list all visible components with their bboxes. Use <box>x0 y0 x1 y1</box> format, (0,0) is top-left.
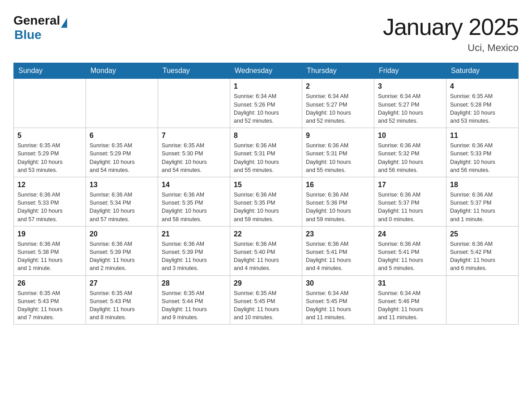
calendar-week-row: 19Sunrise: 6:36 AM Sunset: 5:38 PM Dayli… <box>14 226 519 275</box>
calendar-cell: 26Sunrise: 6:35 AM Sunset: 5:43 PM Dayli… <box>14 275 86 325</box>
day-number: 7 <box>162 131 226 141</box>
day-info: Sunrise: 6:36 AM Sunset: 5:40 PM Dayligh… <box>234 240 298 273</box>
calendar-cell: 15Sunrise: 6:36 AM Sunset: 5:35 PM Dayli… <box>230 177 302 226</box>
day-info: Sunrise: 6:35 AM Sunset: 5:45 PM Dayligh… <box>234 289 298 322</box>
column-header-sunday: Sunday <box>14 63 86 79</box>
calendar-cell: 22Sunrise: 6:36 AM Sunset: 5:40 PM Dayli… <box>230 226 302 275</box>
calendar-cell: 25Sunrise: 6:36 AM Sunset: 5:42 PM Dayli… <box>446 226 519 275</box>
day-number: 11 <box>450 131 515 141</box>
page-header: General Blue January 2025 Uci, Mexico <box>13 13 519 54</box>
day-number: 22 <box>234 229 298 239</box>
day-info: Sunrise: 6:35 AM Sunset: 5:29 PM Dayligh… <box>90 141 154 174</box>
location-label: Uci, Mexico <box>383 42 519 54</box>
day-number: 29 <box>234 278 298 288</box>
title-section: January 2025 Uci, Mexico <box>383 13 519 54</box>
calendar-cell: 11Sunrise: 6:36 AM Sunset: 5:33 PM Dayli… <box>446 128 519 177</box>
day-info: Sunrise: 6:36 AM Sunset: 5:31 PM Dayligh… <box>234 141 298 174</box>
day-info: Sunrise: 6:35 AM Sunset: 5:44 PM Dayligh… <box>162 289 226 322</box>
day-info: Sunrise: 6:34 AM Sunset: 5:46 PM Dayligh… <box>378 289 442 322</box>
day-info: Sunrise: 6:36 AM Sunset: 5:34 PM Dayligh… <box>90 191 154 223</box>
calendar-cell: 1Sunrise: 6:34 AM Sunset: 5:26 PM Daylig… <box>230 79 302 128</box>
day-number: 15 <box>234 180 298 190</box>
day-info: Sunrise: 6:35 AM Sunset: 5:29 PM Dayligh… <box>17 141 82 174</box>
day-info: Sunrise: 6:34 AM Sunset: 5:45 PM Dayligh… <box>306 289 370 322</box>
month-title: January 2025 <box>383 13 519 40</box>
column-header-thursday: Thursday <box>302 63 374 79</box>
calendar-cell: 5Sunrise: 6:35 AM Sunset: 5:29 PM Daylig… <box>14 128 86 177</box>
day-number: 9 <box>306 131 370 141</box>
calendar-cell: 9Sunrise: 6:36 AM Sunset: 5:31 PM Daylig… <box>302 128 374 177</box>
day-info: Sunrise: 6:36 AM Sunset: 5:35 PM Dayligh… <box>234 191 298 223</box>
day-info: Sunrise: 6:36 AM Sunset: 5:41 PM Dayligh… <box>378 240 442 273</box>
day-info: Sunrise: 6:36 AM Sunset: 5:37 PM Dayligh… <box>378 191 442 223</box>
calendar-cell: 27Sunrise: 6:35 AM Sunset: 5:43 PM Dayli… <box>86 275 158 325</box>
calendar-cell: 14Sunrise: 6:36 AM Sunset: 5:35 PM Dayli… <box>158 177 230 226</box>
day-number: 28 <box>162 278 226 288</box>
day-info: Sunrise: 6:35 AM Sunset: 5:43 PM Dayligh… <box>90 289 154 322</box>
day-info: Sunrise: 6:36 AM Sunset: 5:35 PM Dayligh… <box>162 191 226 223</box>
day-number: 26 <box>17 278 82 288</box>
day-info: Sunrise: 6:36 AM Sunset: 5:32 PM Dayligh… <box>378 141 442 174</box>
day-number: 23 <box>306 229 370 239</box>
day-info: Sunrise: 6:35 AM Sunset: 5:30 PM Dayligh… <box>162 141 226 174</box>
calendar-cell <box>158 79 230 128</box>
day-number: 5 <box>17 131 82 141</box>
day-info: Sunrise: 6:36 AM Sunset: 5:41 PM Dayligh… <box>306 240 370 273</box>
calendar-cell: 21Sunrise: 6:36 AM Sunset: 5:39 PM Dayli… <box>158 226 230 275</box>
column-header-saturday: Saturday <box>446 63 519 79</box>
calendar-cell: 10Sunrise: 6:36 AM Sunset: 5:32 PM Dayli… <box>374 128 446 177</box>
day-number: 30 <box>306 278 370 288</box>
day-number: 16 <box>306 180 370 190</box>
day-number: 8 <box>234 131 298 141</box>
column-header-friday: Friday <box>374 63 446 79</box>
day-number: 13 <box>90 180 154 190</box>
calendar-header-row: SundayMondayTuesdayWednesdayThursdayFrid… <box>14 63 519 79</box>
day-number: 3 <box>378 81 442 91</box>
logo-general-text: General <box>13 13 60 28</box>
calendar-week-row: 5Sunrise: 6:35 AM Sunset: 5:29 PM Daylig… <box>14 128 519 177</box>
calendar-cell: 3Sunrise: 6:34 AM Sunset: 5:27 PM Daylig… <box>374 79 446 128</box>
calendar-cell: 13Sunrise: 6:36 AM Sunset: 5:34 PM Dayli… <box>86 177 158 226</box>
calendar-cell: 20Sunrise: 6:36 AM Sunset: 5:39 PM Dayli… <box>86 226 158 275</box>
day-number: 31 <box>378 278 442 288</box>
day-info: Sunrise: 6:36 AM Sunset: 5:33 PM Dayligh… <box>450 141 515 174</box>
calendar-cell <box>446 275 519 325</box>
calendar-cell: 2Sunrise: 6:34 AM Sunset: 5:27 PM Daylig… <box>302 79 374 128</box>
calendar-cell: 31Sunrise: 6:34 AM Sunset: 5:46 PM Dayli… <box>374 275 446 325</box>
day-info: Sunrise: 6:34 AM Sunset: 5:27 PM Dayligh… <box>306 92 370 125</box>
day-info: Sunrise: 6:36 AM Sunset: 5:42 PM Dayligh… <box>450 240 515 273</box>
calendar-cell: 12Sunrise: 6:36 AM Sunset: 5:33 PM Dayli… <box>14 177 86 226</box>
day-info: Sunrise: 6:36 AM Sunset: 5:33 PM Dayligh… <box>17 191 82 223</box>
day-info: Sunrise: 6:34 AM Sunset: 5:27 PM Dayligh… <box>378 92 442 125</box>
calendar-cell: 19Sunrise: 6:36 AM Sunset: 5:38 PM Dayli… <box>14 226 86 275</box>
calendar-cell: 24Sunrise: 6:36 AM Sunset: 5:41 PM Dayli… <box>374 226 446 275</box>
day-number: 12 <box>17 180 82 190</box>
calendar-cell: 30Sunrise: 6:34 AM Sunset: 5:45 PM Dayli… <box>302 275 374 325</box>
day-number: 10 <box>378 131 442 141</box>
day-info: Sunrise: 6:36 AM Sunset: 5:39 PM Dayligh… <box>162 240 226 273</box>
day-info: Sunrise: 6:36 AM Sunset: 5:31 PM Dayligh… <box>306 141 370 174</box>
day-number: 24 <box>378 229 442 239</box>
day-number: 19 <box>17 229 82 239</box>
day-number: 17 <box>378 180 442 190</box>
column-header-tuesday: Tuesday <box>158 63 230 79</box>
calendar-cell: 8Sunrise: 6:36 AM Sunset: 5:31 PM Daylig… <box>230 128 302 177</box>
column-header-wednesday: Wednesday <box>230 63 302 79</box>
calendar-cell: 23Sunrise: 6:36 AM Sunset: 5:41 PM Dayli… <box>302 226 374 275</box>
calendar-cell: 18Sunrise: 6:36 AM Sunset: 5:37 PM Dayli… <box>446 177 519 226</box>
calendar-cell: 7Sunrise: 6:35 AM Sunset: 5:30 PM Daylig… <box>158 128 230 177</box>
calendar-cell: 16Sunrise: 6:36 AM Sunset: 5:36 PM Dayli… <box>302 177 374 226</box>
calendar-table: SundayMondayTuesdayWednesdayThursdayFrid… <box>13 63 519 325</box>
column-header-monday: Monday <box>86 63 158 79</box>
calendar-cell: 17Sunrise: 6:36 AM Sunset: 5:37 PM Dayli… <box>374 177 446 226</box>
calendar-cell: 6Sunrise: 6:35 AM Sunset: 5:29 PM Daylig… <box>86 128 158 177</box>
day-number: 1 <box>234 81 298 91</box>
calendar-week-row: 26Sunrise: 6:35 AM Sunset: 5:43 PM Dayli… <box>14 275 519 325</box>
day-number: 14 <box>162 180 226 190</box>
day-number: 20 <box>90 229 154 239</box>
day-info: Sunrise: 6:36 AM Sunset: 5:36 PM Dayligh… <box>306 191 370 223</box>
day-info: Sunrise: 6:36 AM Sunset: 5:39 PM Dayligh… <box>90 240 154 273</box>
day-info: Sunrise: 6:34 AM Sunset: 5:26 PM Dayligh… <box>234 92 298 125</box>
day-number: 27 <box>90 278 154 288</box>
calendar-week-row: 12Sunrise: 6:36 AM Sunset: 5:33 PM Dayli… <box>14 177 519 226</box>
